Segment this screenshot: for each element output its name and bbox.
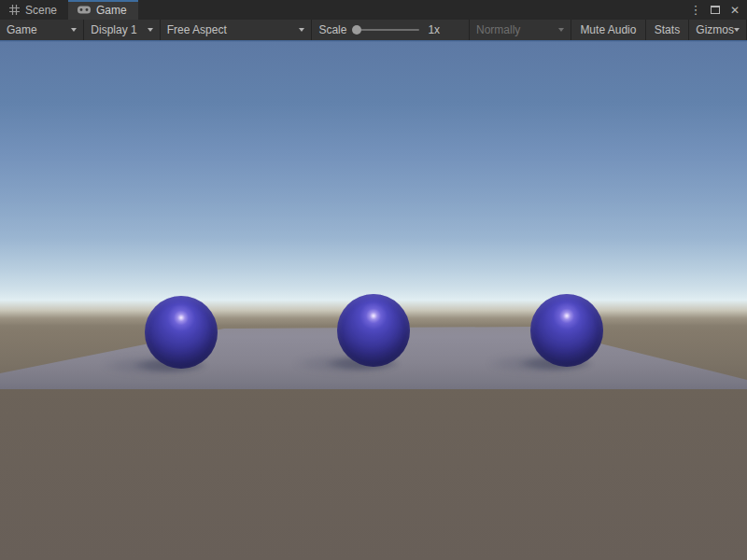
- tab-bar: Scene Game ⋮ ✕: [0, 0, 747, 20]
- blue-sphere: [337, 294, 410, 367]
- grid-icon: [9, 5, 20, 15]
- tab-game[interactable]: Game: [68, 0, 138, 20]
- maximize-icon[interactable]: [710, 5, 721, 16]
- blue-sphere: [145, 296, 218, 369]
- game-mode-dropdown[interactable]: Game: [0, 20, 84, 40]
- close-icon[interactable]: ✕: [729, 5, 740, 16]
- kebab-menu-icon[interactable]: ⋮: [690, 5, 701, 16]
- chevron-down-icon: [148, 28, 153, 32]
- aspect-ratio-dropdown[interactable]: Free Aspect: [161, 20, 313, 40]
- blue-sphere: [530, 294, 603, 367]
- game-viewport[interactable]: [0, 40, 747, 560]
- gizmos-dropdown[interactable]: Gizmos: [689, 20, 747, 40]
- scale-control: Scale 1x: [312, 20, 470, 40]
- unity-game-window: Scene Game ⋮ ✕ Game Display 1: [0, 0, 747, 560]
- scale-value: 1x: [428, 23, 440, 36]
- enter-play-mode-dropdown[interactable]: Normally: [470, 20, 571, 40]
- chevron-down-icon: [558, 28, 564, 32]
- window-controls: ⋮ ✕: [690, 0, 747, 20]
- stats-button[interactable]: Stats: [646, 20, 690, 40]
- scale-label: Scale: [318, 23, 346, 36]
- display-dropdown[interactable]: Display 1: [84, 20, 160, 40]
- gamepad-icon: [78, 6, 91, 14]
- chevron-down-icon: [734, 28, 740, 32]
- tab-scene[interactable]: Scene: [0, 0, 68, 20]
- chevron-down-icon: [71, 28, 77, 32]
- scale-slider[interactable]: [354, 29, 419, 31]
- mute-audio-button[interactable]: Mute Audio: [571, 20, 645, 40]
- game-view-toolbar: Game Display 1 Free Aspect Scale 1x Norm…: [0, 20, 747, 40]
- chevron-down-icon: [299, 28, 304, 32]
- scale-slider-knob[interactable]: [352, 25, 361, 35]
- tab-scene-label: Scene: [25, 4, 57, 17]
- tab-game-label: Game: [96, 4, 127, 17]
